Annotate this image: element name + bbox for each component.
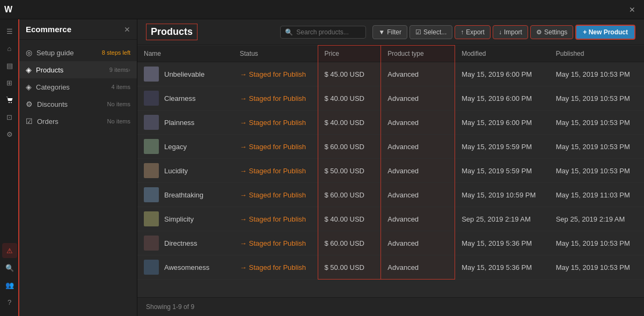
col-header-published: Published (550, 46, 644, 62)
status-arrow-icon: → (240, 239, 247, 247)
cell-status: → Staged for Publish (233, 183, 318, 207)
sidebar-close-button[interactable]: ✕ (124, 25, 130, 34)
new-product-button[interactable]: + New Product (575, 25, 635, 40)
sidebar-count: No items (107, 101, 130, 107)
cell-name: Simplicity (137, 207, 233, 231)
icon-bar-apps[interactable]: ⊡ (2, 109, 17, 124)
cell-name: Lucidity (137, 159, 233, 183)
sidebar-item-label: Orders (37, 117, 105, 126)
status-arrow-icon: → (240, 94, 247, 102)
col-header-modified: Modified (455, 46, 550, 62)
cell-product-type: Advanced (381, 111, 455, 135)
sidebar-count: No items (107, 118, 130, 124)
table-row[interactable]: Unbelievable → Staged for Publish $ 45.0… (137, 62, 644, 86)
cell-modified: May 15, 2019 5:36 PM (455, 255, 550, 280)
content-area: Products 🔍 ▼ Filter ☑ Select... ↑ Export… (137, 19, 644, 316)
cell-price: $ 40.00 USD (318, 111, 381, 135)
sidebar-item-categories[interactable]: ◈ Categories 4 items (19, 78, 137, 95)
product-name: Legacy (164, 143, 187, 151)
sidebar-item-discounts[interactable]: ⚙ Discounts No items (19, 95, 137, 113)
cell-name: Awesomeness (137, 255, 233, 280)
cell-published: May 15, 2019 10:53 PM (550, 135, 644, 159)
icon-bar-media[interactable]: ⊞ (2, 75, 17, 90)
cell-status: → Staged for Publish (233, 135, 318, 159)
cell-price: $ 50.00 USD (318, 255, 381, 280)
select-button[interactable]: ☑ Select... (409, 25, 452, 39)
nav-arrow-icon: › (128, 67, 130, 73)
status-arrow-icon: → (240, 119, 247, 127)
settings-button[interactable]: ⚙ Settings (530, 25, 573, 39)
settings-label: Settings (544, 28, 567, 36)
table-row[interactable]: Lucidity → Staged for Publish $ 50.00 US… (137, 159, 644, 183)
table-header-row: Name Status Price Product type Modified … (137, 46, 644, 62)
sidebar-item-products[interactable]: ◈ Products 9 items › (19, 61, 137, 78)
export-icon: ↑ (460, 28, 464, 36)
sidebar-item-setup[interactable]: ◎ Setup guide 8 steps left (19, 44, 137, 61)
cell-published: May 15, 2019 10:53 PM (550, 111, 644, 135)
app-logo: W (4, 5, 12, 14)
discounts-icon: ⚙ (26, 100, 33, 108)
icon-bar-help[interactable]: ? (2, 295, 17, 310)
status-label: Staged for Publish (249, 239, 306, 247)
cell-published: May 15, 2019 10:53 PM (550, 255, 644, 280)
sidebar-item-label: Setup guide (36, 49, 100, 57)
product-name: Unbelievable (164, 70, 204, 78)
cell-price: $ 40.00 USD (318, 207, 381, 231)
table-row[interactable]: Directness → Staged for Publish $ 60.00 … (137, 231, 644, 255)
search-box[interactable]: 🔍 (280, 26, 366, 39)
cell-product-type: Advanced (381, 62, 455, 86)
product-name: Awesomeness (164, 263, 209, 271)
status-label: Staged for Publish (249, 191, 306, 199)
cell-modified: Sep 25, 2019 2:19 AM (455, 207, 550, 231)
page-title: Products (146, 24, 197, 40)
product-name: Clearness (164, 94, 196, 102)
status-label: Staged for Publish (249, 70, 306, 78)
table-row[interactable]: Plainness → Staged for Publish $ 40.00 U… (137, 111, 644, 135)
export-button[interactable]: ↑ Export (455, 25, 491, 39)
cell-published: May 15, 2019 11:03 PM (550, 183, 644, 207)
main-layout: ☰ ⌂ ▤ ⊞ ⊡ ⚙ ⚠ 🔍 👥 ? Ecommerce ✕ ◎ (0, 19, 644, 316)
icon-bar-alert[interactable]: ⚠ (2, 243, 17, 258)
svg-point-1 (11, 102, 12, 103)
top-bar-close[interactable]: ✕ (625, 3, 640, 16)
sidebar-item-orders[interactable]: ☑ Orders No items (19, 113, 137, 130)
sidebar-count: 4 items (112, 84, 130, 90)
status-label: Staged for Publish (249, 143, 306, 151)
icon-bar-cart[interactable] (2, 92, 17, 107)
cell-name: Unbelievable (137, 62, 233, 86)
sidebar: Ecommerce ✕ ◎ Setup guide 8 steps left ◈… (19, 19, 137, 316)
search-input[interactable] (296, 28, 361, 36)
cell-product-type: Advanced (381, 86, 455, 111)
cell-price: $ 60.00 USD (318, 231, 381, 255)
table-row[interactable]: Legacy → Staged for Publish $ 60.00 USD … (137, 135, 644, 159)
icon-bar-users[interactable]: 👥 (2, 277, 17, 292)
cell-name: Plainness (137, 111, 233, 135)
import-label: Import (504, 28, 522, 36)
icon-bar-settings[interactable]: ⚙ (2, 127, 17, 142)
import-button[interactable]: ↓ Import (493, 25, 528, 39)
table-row[interactable]: Breathtaking → Staged for Publish $ 60.0… (137, 183, 644, 207)
search-icon: 🔍 (285, 28, 293, 36)
cell-modified: May 15, 2019 6:00 PM (455, 86, 550, 111)
select-icon: ☑ (415, 28, 421, 36)
sidebar-count: 9 items (109, 67, 128, 73)
status-arrow-icon: → (240, 70, 247, 78)
cell-published: Sep 25, 2019 2:19 AM (550, 207, 644, 231)
icon-bar-search[interactable]: 🔍 (2, 260, 17, 275)
products-table-container[interactable]: Name Status Price Product type Modified … (137, 45, 644, 297)
table-row[interactable]: Awesomeness → Staged for Publish $ 50.00… (137, 255, 644, 280)
status-label: Staged for Publish (249, 263, 306, 271)
status-label: Staged for Publish (249, 215, 306, 223)
icon-bar-menu[interactable]: ☰ (2, 24, 17, 39)
cell-published: May 15, 2019 10:53 PM (550, 231, 644, 255)
table-row[interactable]: Clearness → Staged for Publish $ 40.00 U… (137, 86, 644, 111)
table-row[interactable]: Simplicity → Staged for Publish $ 40.00 … (137, 207, 644, 231)
icon-bar-home[interactable]: ⌂ (2, 41, 17, 56)
product-name: Plainness (164, 119, 194, 127)
cell-modified: May 15, 2019 6:00 PM (455, 62, 550, 86)
cell-product-type: Advanced (381, 255, 455, 280)
filter-button[interactable]: ▼ Filter (372, 25, 407, 39)
cell-status: → Staged for Publish (233, 111, 318, 135)
cell-name: Clearness (137, 86, 233, 111)
icon-bar-pages[interactable]: ▤ (2, 58, 17, 73)
